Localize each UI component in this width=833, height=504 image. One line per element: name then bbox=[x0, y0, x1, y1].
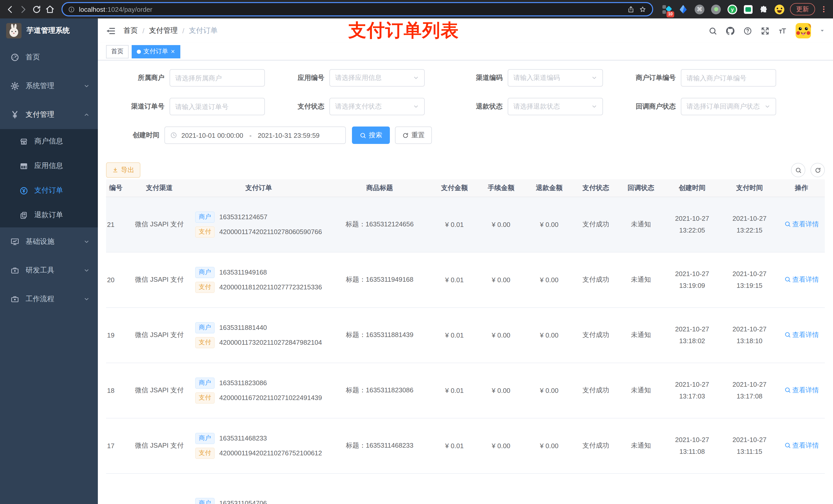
help-icon[interactable] bbox=[743, 26, 752, 35]
pay-status: 支付成功 bbox=[573, 252, 618, 307]
view-detail-link[interactable]: 查看详情 bbox=[784, 275, 819, 284]
yudao-extension-icon[interactable]: y bbox=[728, 4, 737, 14]
merchant-tag: 商户 bbox=[195, 377, 215, 388]
avatar[interactable] bbox=[795, 23, 811, 39]
fullscreen-icon[interactable] bbox=[761, 26, 769, 35]
close-icon[interactable] bbox=[171, 49, 175, 54]
sidebar-item-refund-order[interactable]: 退款订单 bbox=[0, 203, 98, 227]
address-bar[interactable]: localhost:1024/pay/order bbox=[62, 2, 653, 16]
notify-status: 未通知 bbox=[618, 307, 663, 363]
search-button[interactable]: 搜索 bbox=[352, 126, 390, 144]
puzzle-extensions-icon[interactable] bbox=[759, 5, 768, 14]
magnifier-icon bbox=[784, 276, 791, 283]
refund-status-select[interactable]: 请选择退款状态 bbox=[508, 98, 603, 115]
view-detail-link[interactable]: 查看详情 bbox=[784, 441, 819, 450]
pay-status-select[interactable]: 请选择支付状态 bbox=[329, 98, 425, 115]
notify-status: 未通知 bbox=[618, 197, 663, 252]
channel-code-select[interactable]: 请输入渠道编码 bbox=[508, 69, 603, 87]
table-row[interactable]: 19 微信 JSAPI 支付 商户1635311881440 支付4200001… bbox=[106, 307, 825, 363]
sidebar-item-pay-order[interactable]: 支付订单 bbox=[0, 178, 98, 203]
toolbox-icon bbox=[10, 294, 20, 304]
sidebar-item-merchant-info[interactable]: 商户信息 bbox=[0, 129, 98, 154]
table-row[interactable]: 17 微信 JSAPI 支付 商户1635311468233 支付4200001… bbox=[106, 418, 825, 473]
export-button[interactable]: 导出 bbox=[106, 162, 140, 178]
sidebar-item-workflow[interactable]: 工作流程 bbox=[0, 285, 98, 313]
channel-order-no-input[interactable] bbox=[175, 103, 259, 111]
caret-down-icon[interactable] bbox=[820, 28, 825, 33]
date-range-picker[interactable]: 2021-10-01 00:00:00 - 2021-10-31 23:59:5… bbox=[164, 126, 346, 144]
browser-menu-icon[interactable] bbox=[820, 5, 828, 13]
back-icon[interactable] bbox=[5, 4, 15, 14]
dashboard-icon bbox=[10, 53, 20, 62]
refresh-table-button[interactable] bbox=[810, 163, 825, 177]
toggle-search-button[interactable] bbox=[791, 163, 805, 177]
view-detail-link[interactable]: 查看详情 bbox=[784, 330, 819, 340]
table-row[interactable]: 21 微信 JSAPI 支付 商户1635312124657 支付4200001… bbox=[106, 197, 825, 252]
merchant-order-no-input[interactable] bbox=[687, 74, 770, 82]
breadcrumb-current: 支付订单 bbox=[189, 26, 218, 35]
shop-icon bbox=[20, 137, 28, 146]
table-row-partial[interactable]: 商户1635311054706 bbox=[106, 473, 825, 504]
share-icon[interactable] bbox=[627, 5, 635, 13]
app-select[interactable]: 请选择应用信息 bbox=[329, 69, 425, 87]
sidebar-item-pay[interactable]: 支付管理 bbox=[0, 100, 98, 129]
reload-icon[interactable] bbox=[32, 4, 42, 14]
font-size-icon[interactable] bbox=[778, 26, 787, 35]
emoji-extension-icon[interactable] bbox=[775, 4, 784, 14]
magnifier-icon bbox=[784, 442, 791, 449]
filter-row-3: 创建时间 2021-10-01 00:00:00 - 2021-10-31 23… bbox=[106, 126, 825, 144]
sidebar-item-infra[interactable]: 基础设施 bbox=[0, 227, 98, 256]
tab-home[interactable]: 首页 bbox=[106, 45, 128, 58]
breadcrumb-pay[interactable]: 支付管理 bbox=[149, 26, 178, 35]
tab-pay-order[interactable]: 支付订单 bbox=[132, 45, 180, 58]
filter-label-refund-status: 退款状态 bbox=[425, 102, 508, 111]
top-navbar: 首页 / 支付管理 / 支付订单 支付订单列表 bbox=[98, 19, 833, 43]
chevron-down-icon bbox=[591, 75, 597, 81]
search-icon[interactable] bbox=[709, 26, 717, 35]
pay-status: 支付成功 bbox=[573, 197, 618, 252]
sketch-extension-icon[interactable] bbox=[678, 4, 688, 14]
app-logo-row[interactable]: 芋道管理系统 bbox=[0, 19, 98, 43]
browser-update-button[interactable]: 更新 bbox=[790, 3, 815, 15]
sidebar-item-app-info[interactable]: 应用信息 bbox=[0, 154, 98, 178]
bookmark-star-icon[interactable] bbox=[639, 5, 646, 13]
pay-tag: 支付 bbox=[195, 282, 215, 293]
yen-circle-icon bbox=[20, 186, 28, 195]
recorder-extension-icon[interactable] bbox=[711, 4, 721, 14]
breadcrumb-home[interactable]: 首页 bbox=[123, 26, 138, 35]
sidebar-item-system[interactable]: 系统管理 bbox=[0, 72, 98, 100]
table-header-row: 编号 支付渠道 支付订单 商品标题 支付金额 手续金额 退款金额 支付状态 回调… bbox=[106, 179, 825, 197]
reset-button[interactable]: 重置 bbox=[395, 126, 432, 144]
merchant-tag: 商户 bbox=[195, 498, 215, 504]
site-info-icon[interactable] bbox=[68, 6, 75, 13]
command-extension-icon[interactable]: ⌘ bbox=[695, 4, 705, 14]
notify-status: 未通知 bbox=[618, 363, 663, 418]
table-row[interactable]: 18 微信 JSAPI 支付 商户1635311823086 支付4200001… bbox=[106, 363, 825, 418]
sidebar-item-devtools[interactable]: 研发工具 bbox=[0, 256, 98, 285]
merchant-input[interactable] bbox=[175, 74, 259, 82]
filter-label-channel-order-no: 渠道订单号 bbox=[106, 102, 170, 111]
forward-icon[interactable] bbox=[19, 4, 28, 14]
table-row[interactable]: 20 微信 JSAPI 支付 商户1635311949168 支付4200001… bbox=[106, 252, 825, 307]
collapse-sidebar-icon[interactable] bbox=[106, 26, 116, 35]
notify-status-select[interactable]: 请选择订单回调商户状态 bbox=[681, 98, 776, 115]
workflow-extension-icon[interactable]: 10 bbox=[662, 4, 672, 14]
filter-label-create-time: 创建时间 bbox=[106, 130, 164, 140]
date-start: 2021-10-01 00:00:00 bbox=[181, 131, 243, 139]
chevron-down-icon bbox=[413, 75, 419, 81]
sidebar-item-home[interactable]: 首页 bbox=[0, 43, 98, 72]
view-detail-link[interactable]: 查看详情 bbox=[784, 386, 819, 395]
view-detail-link[interactable]: 查看详情 bbox=[784, 220, 819, 229]
screen: localhost:1024/pay/order 10 ⌘ y 更新 芋 bbox=[0, 0, 833, 504]
url-host: localhost bbox=[79, 5, 105, 13]
merchant-tag: 商户 bbox=[195, 267, 215, 278]
pay-tag: 支付 bbox=[195, 392, 215, 403]
toolbox-icon bbox=[10, 266, 20, 275]
merchant-tag: 商户 bbox=[195, 211, 215, 222]
chat-extension-icon[interactable] bbox=[744, 5, 753, 14]
github-icon[interactable] bbox=[726, 26, 735, 35]
search-icon bbox=[795, 167, 802, 173]
chevron-down-icon bbox=[413, 103, 419, 110]
home-icon[interactable] bbox=[45, 4, 55, 14]
clock-icon bbox=[170, 131, 177, 139]
